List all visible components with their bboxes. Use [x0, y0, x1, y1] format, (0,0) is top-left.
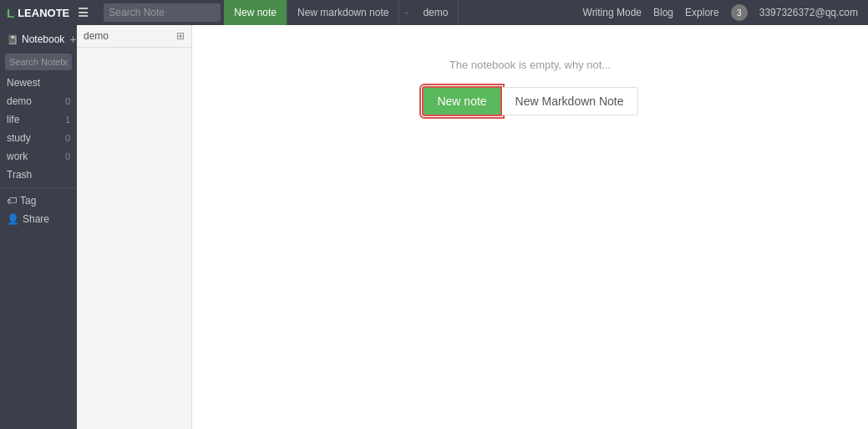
sidebar-notebook-demo[interactable]: demo 0	[0, 92, 77, 110]
sidebar-notebook-life[interactable]: life 1	[0, 110, 77, 129]
sidebar-share[interactable]: 👤 Share	[0, 210, 77, 228]
user-avatar[interactable]: 3	[731, 4, 748, 21]
note-list-panel: demo ⊞	[77, 25, 192, 429]
blog-link[interactable]: Blog	[653, 7, 673, 18]
sidebar-divider	[0, 187, 77, 188]
new-note-button[interactable]: New note	[422, 86, 501, 116]
new-markdown-note-button[interactable]: New Markdown Note	[502, 87, 638, 115]
topbar-search-input[interactable]	[104, 3, 221, 22]
action-buttons: New note New Markdown Note	[422, 86, 637, 116]
sidebar-notebook-study[interactable]: study 0	[0, 129, 77, 147]
user-email[interactable]: 3397326372@qq.com	[759, 7, 858, 18]
avatar-initial: 3	[737, 8, 742, 18]
logo-icon: L	[7, 6, 14, 20]
sidebar: 📓 Notebook + Newest demo 0 life 1 study …	[0, 25, 77, 429]
sidebar-search-wrap	[0, 50, 77, 74]
writing-mode-link[interactable]: Writing Mode	[583, 7, 642, 18]
tab-separator: -	[399, 7, 413, 18]
app-logo: L LEANOTE ☰	[0, 6, 100, 20]
app-name: LEANOTE	[18, 7, 69, 19]
sidebar-newest[interactable]: Newest	[0, 74, 77, 92]
hamburger-icon[interactable]: ☰	[73, 6, 94, 19]
sidebar-notebook-work[interactable]: work 0	[0, 147, 77, 166]
notebook-label: Notebook	[22, 33, 64, 45]
tag-icon: 🏷	[7, 195, 17, 207]
topbar: L LEANOTE ☰ New note New markdown note -…	[0, 0, 868, 25]
note-list-header: demo ⊞	[77, 25, 191, 48]
grid-view-icon[interactable]: ⊞	[176, 30, 185, 42]
empty-notebook-message: The notebook is empty, why not...	[449, 59, 611, 71]
sidebar-tag[interactable]: 🏷 Tag	[0, 192, 77, 210]
notebook-icon: 📓	[7, 34, 18, 45]
share-icon: 👤	[7, 213, 19, 225]
topbar-search-wrap	[104, 3, 221, 22]
sidebar-trash[interactable]: Trash	[0, 166, 77, 184]
main-layout: 📓 Notebook + Newest demo 0 life 1 study …	[0, 25, 868, 429]
topbar-right: Writing Mode Blog Explore 3 3397326372@q…	[573, 4, 868, 21]
tab-demo[interactable]: demo	[413, 0, 459, 25]
tab-new-markdown-note[interactable]: New markdown note	[287, 0, 399, 25]
sidebar-search-input[interactable]	[5, 54, 72, 70]
note-list-title: demo	[84, 30, 109, 42]
tab-new-note[interactable]: New note	[224, 0, 287, 25]
tab-bar: New note New markdown note - demo	[221, 0, 572, 25]
sidebar-notebook-section[interactable]: 📓 Notebook +	[0, 28, 77, 50]
content-area: The notebook is empty, why not... New no…	[192, 25, 868, 429]
explore-link[interactable]: Explore	[685, 7, 719, 18]
